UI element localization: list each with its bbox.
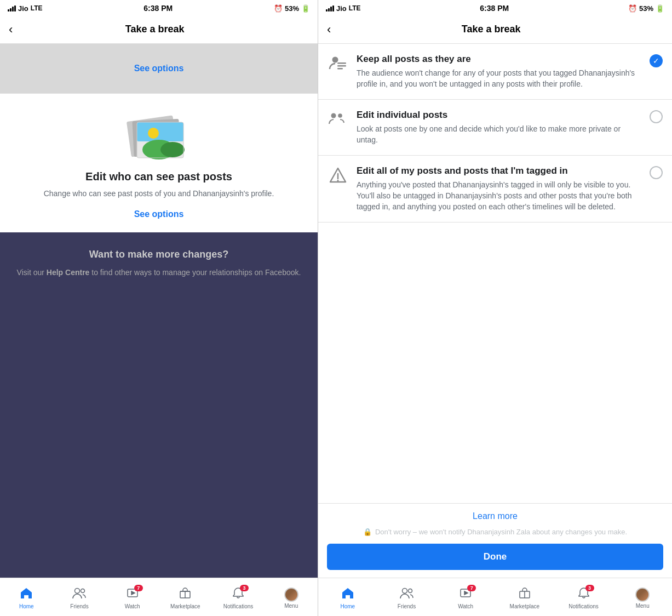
notifications-badge-left: 3: [240, 585, 249, 591]
edit-individual-icon: [327, 110, 349, 127]
dark-section-title: Want to make more changes?: [11, 249, 307, 260]
status-right-left: Jio LTE: [326, 4, 361, 13]
lock-icon: 🔒: [363, 528, 372, 536]
watch-icon-left: 7: [127, 587, 139, 602]
nav-home-right[interactable]: Home: [318, 578, 377, 616]
edit-all-radio[interactable]: [649, 166, 663, 180]
status-left: Jio LTE: [8, 4, 43, 13]
edit-all-icon: [327, 166, 349, 185]
nav-menu-label-left: Menu: [284, 603, 298, 609]
friends-icon-left: [72, 587, 87, 602]
keep-radio[interactable]: ✓: [649, 54, 663, 68]
bottom-nav-right: Home Friends 7 Watch: [318, 578, 672, 616]
home-icon-right: [341, 587, 354, 602]
back-button-left[interactable]: ‹: [9, 22, 13, 37]
nav-marketplace-label-left: Marketplace: [170, 603, 200, 609]
status-bar-right: Jio LTE 6:38 PM ⏰ 53% 🔋: [318, 0, 672, 15]
battery-label-right: 53%: [639, 4, 653, 13]
network-label-right: LTE: [349, 4, 361, 12]
left-content-area: See options: [0, 44, 318, 578]
nav-menu-label-right: Menu: [636, 603, 650, 609]
nav-notifications-label-left: Notifications: [223, 603, 253, 609]
options-list: Keep all posts as they are The audience …: [318, 44, 672, 503]
svg-marker-27: [464, 591, 468, 595]
nav-notifications-right[interactable]: 3 Notifications: [554, 578, 613, 616]
watch-icon-right: 7: [460, 587, 472, 602]
edit-all-body: Edit all of my posts and posts that I'm …: [357, 166, 641, 212]
help-centre-link[interactable]: Help Centre: [47, 268, 90, 277]
bottom-nav-left: Home Friends 7 Watch: [0, 578, 318, 616]
nav-notifications-left[interactable]: 3 Notifications: [212, 578, 265, 616]
avatar-icon-left: [284, 588, 298, 602]
time-label: 6:38 PM: [143, 4, 173, 13]
back-button-right[interactable]: ‹: [327, 22, 331, 37]
svg-point-20: [338, 113, 342, 118]
keep-desc: The audience won't change for any of you…: [357, 68, 641, 89]
right-content-area: Keep all posts as they are The audience …: [318, 44, 672, 578]
nav-watch-right[interactable]: 7 Watch: [436, 578, 495, 616]
page-title-left: Take a break: [17, 24, 292, 35]
svg-rect-3: [137, 122, 183, 141]
edit-individual-radio[interactable]: [649, 110, 663, 124]
nav-menu-left[interactable]: Menu: [265, 578, 318, 616]
app-header-right: ‹ Take a break: [318, 15, 672, 44]
nav-home-left[interactable]: Home: [0, 578, 53, 616]
svg-point-7: [160, 142, 185, 157]
edit-all-title: Edit all of my posts and posts that I'm …: [357, 166, 641, 176]
gray-top-section: See options: [0, 44, 318, 93]
nav-marketplace-left[interactable]: Marketplace: [159, 578, 212, 616]
nav-marketplace-label-right: Marketplace: [510, 603, 539, 609]
home-icon-left: [20, 587, 33, 602]
friends-icon-right: [400, 587, 414, 602]
section-desc: Change who can see past posts of you and…: [44, 189, 274, 199]
page-title-right: Take a break: [335, 24, 647, 35]
status-bar-left: Jio LTE 6:38 PM ⏰ 53% 🔋: [0, 0, 318, 15]
svg-rect-16: [337, 62, 346, 64]
alarm-icon-right: ⏰: [628, 4, 637, 13]
see-options-link-bottom[interactable]: See options: [134, 209, 184, 219]
avatar-icon-right: [635, 588, 650, 602]
network-label: LTE: [31, 4, 43, 12]
svg-point-19: [331, 113, 336, 118]
keep-title: Keep all posts as they are: [357, 54, 641, 65]
watch-badge-right: 7: [467, 585, 476, 591]
edit-individual-body: Edit individual posts Look at posts one …: [357, 110, 641, 145]
watch-badge-left: 7: [134, 585, 143, 591]
option-edit-individual[interactable]: Edit individual posts Look at posts one …: [318, 100, 672, 156]
learn-more-link[interactable]: Learn more: [327, 511, 663, 521]
notifications-icon-left: 3: [232, 587, 244, 602]
done-button[interactable]: Done: [327, 544, 663, 570]
marketplace-icon-left: [179, 587, 191, 602]
option-keep[interactable]: Keep all posts as they are The audience …: [318, 44, 672, 100]
section-title: Edit who can see past posts: [85, 170, 232, 183]
nav-watch-left[interactable]: 7 Watch: [106, 578, 159, 616]
white-section: Edit who can see past posts Change who c…: [0, 94, 318, 232]
see-options-link-top[interactable]: See options: [134, 64, 184, 73]
svg-point-23: [337, 180, 339, 181]
battery-icon-right: 🔋: [656, 4, 664, 13]
status-right-right: ⏰ 53% 🔋: [628, 4, 664, 13]
edit-all-desc: Anything you've posted that Dhananjaysin…: [357, 180, 641, 212]
svg-point-25: [408, 589, 412, 593]
dark-section: Want to make more changes? Visit our Hel…: [0, 232, 318, 578]
svg-point-10: [81, 589, 85, 593]
battery-label: 53%: [285, 4, 299, 13]
edit-individual-title: Edit individual posts: [357, 110, 641, 121]
photo-stack-illustration: [123, 110, 194, 170]
nav-friends-right[interactable]: Friends: [377, 578, 436, 616]
nav-notifications-label-right: Notifications: [568, 603, 598, 609]
nav-menu-right[interactable]: Menu: [613, 578, 672, 616]
svg-rect-17: [337, 65, 346, 67]
edit-individual-desc: Look at posts one by one and decide whic…: [357, 124, 641, 145]
nav-friends-left[interactable]: Friends: [53, 578, 106, 616]
carrier-label-right: Jio: [336, 4, 347, 13]
right-phone-panel: Jio LTE 6:38 PM ⏰ 53% 🔋 ‹ Take a break: [318, 0, 672, 616]
radio-unchecked-icon-2: [650, 166, 663, 179]
svg-marker-12: [131, 591, 135, 595]
nav-home-label-right: Home: [340, 603, 355, 609]
nav-marketplace-right[interactable]: Marketplace: [495, 578, 554, 616]
dark-section-desc: Visit our Help Centre to find other ways…: [11, 267, 307, 278]
svg-point-15: [332, 57, 338, 63]
option-edit-all[interactable]: Edit all of my posts and posts that I'm …: [318, 156, 672, 223]
svg-point-9: [75, 589, 80, 594]
